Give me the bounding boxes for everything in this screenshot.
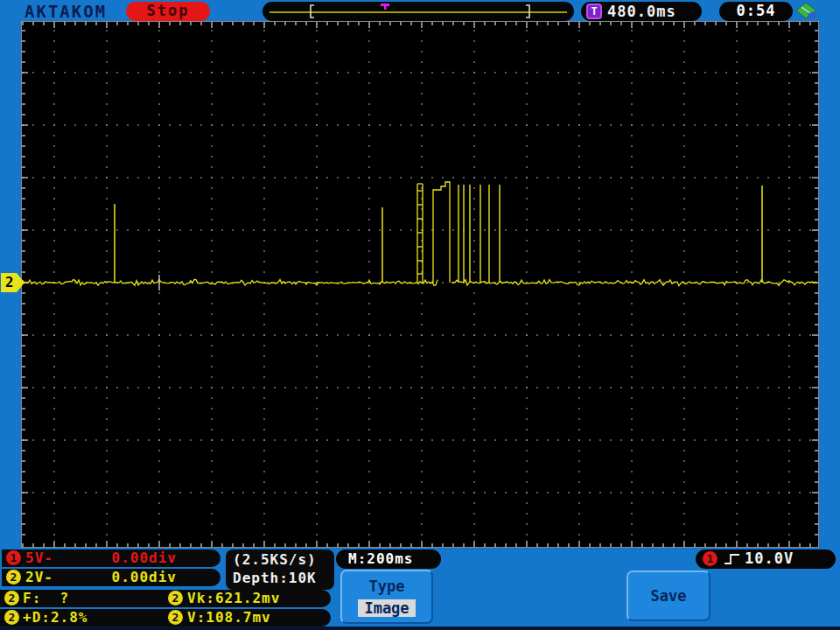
type-menu-label: Type bbox=[342, 578, 431, 595]
channel1-scale: 5V- bbox=[25, 550, 53, 566]
measurement-vk: Vk:621.2mv bbox=[187, 590, 280, 606]
channel1-status-row: 1 5V- 0.00div bbox=[2, 550, 220, 567]
trigger-level-value: 10.0V bbox=[745, 550, 794, 567]
channel1-badge: 1 bbox=[6, 550, 21, 565]
measurement-row-1: 2 F: ? 2 Vk:621.2mv bbox=[0, 590, 331, 607]
acquisition-panel: (2.5KS/s) Depth:10K bbox=[226, 550, 334, 590]
channel2-status-row: 2 2V- 0.00div bbox=[2, 569, 220, 586]
save-button[interactable]: Save bbox=[626, 570, 710, 621]
channel1-offset: 0.00div bbox=[112, 550, 177, 566]
brand-logo: AKTAKOM bbox=[24, 2, 107, 21]
channel2-position-marker[interactable]: 2 bbox=[1, 273, 24, 292]
measurement-ch-badge: 2 bbox=[168, 610, 183, 625]
trigger-position-bar bbox=[262, 2, 574, 21]
graticule-edge-ticks bbox=[22, 22, 818, 547]
measurement-ch-badge: 2 bbox=[4, 610, 19, 625]
memory-depth: Depth:10K bbox=[233, 569, 334, 587]
rising-edge-icon bbox=[724, 551, 741, 567]
trigger-status-pill: 1 10.0V bbox=[696, 550, 836, 569]
channel2-scale: 2V- bbox=[25, 569, 53, 585]
type-menu-button[interactable]: Type Image bbox=[340, 570, 433, 624]
window-right-bracket bbox=[526, 5, 529, 18]
window-left-bracket bbox=[311, 5, 314, 18]
screen-bottom-edge bbox=[0, 626, 840, 630]
run-state-badge: Stop bbox=[126, 2, 210, 21]
type-menu-selected-option[interactable]: Image bbox=[358, 599, 415, 617]
trigger-position-graphic bbox=[262, 2, 574, 21]
measurement-frequency: F: ? bbox=[23, 590, 69, 606]
channel2-badge: 2 bbox=[6, 570, 21, 584]
timebase-readout: M:200ms bbox=[336, 550, 441, 569]
trigger-time-pill: T 480.0ms bbox=[581, 2, 702, 21]
oscilloscope-screen: { "header": { "brand": "AKTAKOM", "run_s… bbox=[0, 0, 840, 630]
waveform-display bbox=[22, 22, 818, 547]
measurement-row-2: 2 +D:2.8% 2 V:108.7mv bbox=[0, 609, 331, 626]
clock: 0:54 bbox=[719, 2, 793, 21]
channel2-offset: 0.00div bbox=[112, 569, 177, 585]
sample-rate: (2.5KS/s) bbox=[233, 550, 334, 569]
measurement-ch-badge: 2 bbox=[168, 591, 183, 606]
usb-storage-icon bbox=[794, 2, 819, 21]
trigger-t-marker-icon bbox=[381, 4, 389, 10]
measurement-duty: +D:2.8% bbox=[23, 609, 88, 626]
block-pulse bbox=[433, 182, 450, 283]
scope-graticule-and-trace bbox=[22, 22, 818, 547]
channel2-trace bbox=[23, 182, 817, 290]
measurement-ch-badge: 2 bbox=[4, 591, 19, 606]
measurement-voltage: V:108.7mv bbox=[187, 609, 271, 626]
trigger-t-icon: T bbox=[586, 4, 602, 19]
trigger-time-value: 480.0ms bbox=[607, 3, 676, 20]
trigger-source-badge: 1 bbox=[703, 551, 718, 566]
baseline-trace bbox=[23, 279, 817, 285]
